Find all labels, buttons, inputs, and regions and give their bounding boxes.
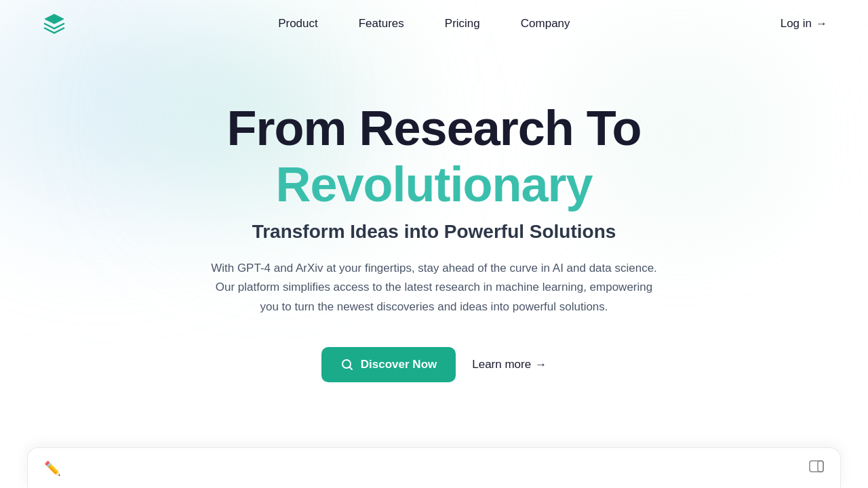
hero-buttons: Discover Now Learn more →	[321, 347, 547, 382]
login-arrow: →	[816, 17, 827, 30]
hero-title-line1: From Research To	[227, 102, 642, 155]
hero-section: From Research To Revolutionary Transform…	[0, 47, 868, 382]
nav-links: Product Features Pricing Company	[278, 17, 570, 30]
hero-title-line2: Revolutionary	[227, 155, 642, 214]
window-icon	[809, 460, 824, 476]
search-icon	[340, 358, 354, 371]
discover-now-label: Discover Now	[361, 358, 437, 371]
login-link[interactable]: Log in →	[781, 17, 827, 30]
pencil-icon: ✏️	[44, 460, 61, 476]
svg-rect-1	[810, 461, 823, 472]
logo-icon	[41, 10, 68, 37]
nav-product[interactable]: Product	[278, 17, 318, 30]
navbar: Product Features Pricing Company Log in …	[0, 0, 868, 47]
logo[interactable]	[41, 10, 68, 37]
hero-subtitle: Transform Ideas into Powerful Solutions	[252, 221, 616, 243]
discover-now-button[interactable]: Discover Now	[321, 347, 456, 382]
learn-more-button[interactable]: Learn more →	[472, 358, 547, 371]
hero-description: With GPT-4 and ArXiv at your fingertips,…	[210, 259, 658, 318]
svg-rect-2	[818, 461, 823, 472]
learn-more-label: Learn more	[472, 358, 531, 371]
nav-pricing[interactable]: Pricing	[445, 17, 480, 30]
login-label: Log in	[781, 17, 812, 30]
learn-more-arrow: →	[535, 358, 547, 371]
bottom-card-preview: ✏️	[27, 447, 841, 488]
nav-features[interactable]: Features	[359, 17, 404, 30]
nav-company[interactable]: Company	[521, 17, 570, 30]
